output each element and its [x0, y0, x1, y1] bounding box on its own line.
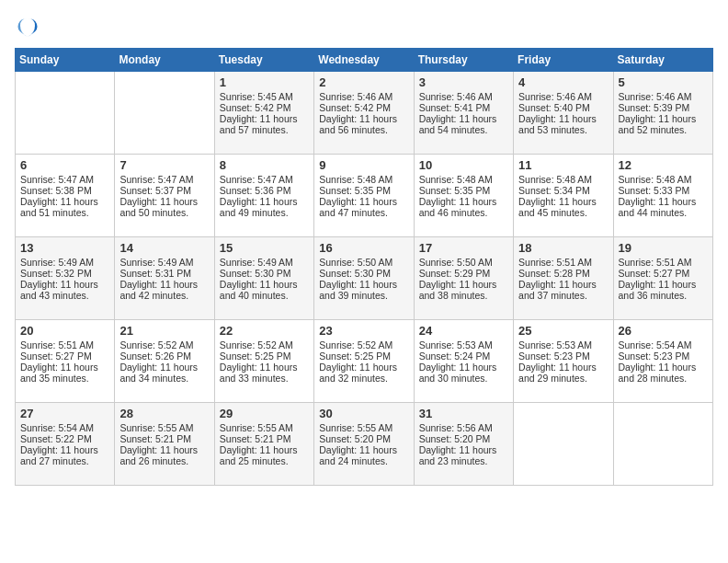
day-info: Sunset: 5:26 PM [119, 350, 209, 362]
day-number: 30 [319, 407, 408, 420]
calendar-cell: 4Sunrise: 5:46 AMSunset: 5:40 PMDaylight… [514, 72, 613, 155]
day-info: Daylight: 11 hours and 46 minutes. [419, 196, 508, 218]
day-info: Sunset: 5:42 PM [220, 102, 309, 113]
calendar-cell: 31Sunrise: 5:56 AMSunset: 5:20 PMDayligh… [414, 403, 513, 486]
day-info: Sunrise: 5:51 AM [518, 257, 608, 268]
day-info: Sunrise: 5:49 AM [20, 257, 109, 268]
day-info: Sunrise: 5:49 AM [119, 257, 209, 268]
calendar-cell: 22Sunrise: 5:52 AMSunset: 5:25 PMDayligh… [214, 320, 313, 403]
day-info: Sunset: 5:35 PM [419, 185, 508, 196]
weekday-header-friday: Friday [514, 49, 613, 72]
day-number: 28 [119, 407, 209, 420]
calendar-cell: 12Sunrise: 5:48 AMSunset: 5:33 PMDayligh… [613, 155, 712, 237]
calendar-cell [514, 403, 613, 486]
day-info: Sunset: 5:20 PM [319, 433, 408, 444]
day-number: 10 [419, 158, 508, 172]
day-info: Sunset: 5:28 PM [518, 268, 608, 279]
day-info: Sunset: 5:34 PM [518, 185, 608, 196]
calendar-cell: 28Sunrise: 5:55 AMSunset: 5:21 PMDayligh… [115, 403, 214, 486]
weekday-header-monday: Monday [115, 49, 214, 72]
day-info: Sunrise: 5:51 AM [619, 257, 708, 268]
day-info: Daylight: 11 hours and 32 minutes. [319, 362, 408, 384]
day-info: Daylight: 11 hours and 34 minutes. [119, 362, 209, 384]
day-info: Sunrise: 5:47 AM [220, 174, 309, 185]
calendar-cell: 15Sunrise: 5:49 AMSunset: 5:30 PMDayligh… [214, 237, 313, 320]
page-header [15, 15, 713, 40]
day-info: Sunset: 5:30 PM [220, 268, 309, 279]
calendar-cell: 29Sunrise: 5:55 AMSunset: 5:21 PMDayligh… [214, 403, 313, 486]
calendar-cell: 25Sunrise: 5:53 AMSunset: 5:23 PMDayligh… [514, 320, 613, 403]
day-info: Daylight: 11 hours and 43 minutes. [20, 279, 109, 301]
calendar-table: SundayMondayTuesdayWednesdayThursdayFrid… [15, 48, 713, 486]
calendar-cell: 21Sunrise: 5:52 AMSunset: 5:26 PMDayligh… [115, 320, 214, 403]
day-number: 25 [518, 324, 608, 338]
day-info: Daylight: 11 hours and 23 minutes. [419, 444, 508, 466]
day-info: Sunrise: 5:46 AM [518, 91, 608, 102]
day-number: 13 [20, 241, 109, 255]
day-number: 7 [119, 158, 209, 172]
day-info: Daylight: 11 hours and 37 minutes. [518, 279, 608, 301]
day-info: Sunset: 5:22 PM [20, 433, 109, 444]
day-info: Daylight: 11 hours and 29 minutes. [518, 362, 608, 384]
calendar-cell: 5Sunrise: 5:46 AMSunset: 5:39 PMDaylight… [613, 72, 712, 155]
day-info: Daylight: 11 hours and 51 minutes. [20, 196, 109, 218]
day-info: Daylight: 11 hours and 36 minutes. [619, 279, 708, 301]
calendar-cell: 1Sunrise: 5:45 AMSunset: 5:42 PMDaylight… [214, 72, 313, 155]
day-info: Sunrise: 5:55 AM [119, 422, 209, 433]
day-number: 6 [20, 158, 109, 172]
day-number: 3 [419, 75, 508, 89]
day-info: Sunset: 5:33 PM [619, 185, 708, 196]
calendar-cell: 10Sunrise: 5:48 AMSunset: 5:35 PMDayligh… [414, 155, 513, 237]
day-info: Daylight: 11 hours and 54 minutes. [419, 113, 508, 135]
day-info: Daylight: 11 hours and 49 minutes. [220, 196, 309, 218]
calendar-cell: 11Sunrise: 5:48 AMSunset: 5:34 PMDayligh… [514, 155, 613, 237]
day-info: Sunrise: 5:54 AM [619, 339, 708, 350]
day-info: Daylight: 11 hours and 35 minutes. [20, 362, 109, 384]
day-info: Sunset: 5:32 PM [20, 268, 109, 279]
calendar-cell: 27Sunrise: 5:54 AMSunset: 5:22 PMDayligh… [16, 403, 115, 486]
day-info: Sunset: 5:25 PM [319, 350, 408, 362]
day-number: 14 [119, 241, 209, 255]
day-info: Sunrise: 5:53 AM [419, 339, 508, 350]
calendar-cell: 13Sunrise: 5:49 AMSunset: 5:32 PMDayligh… [16, 237, 115, 320]
day-number: 15 [220, 241, 309, 255]
day-info: Sunset: 5:40 PM [518, 102, 608, 113]
calendar-cell: 20Sunrise: 5:51 AMSunset: 5:27 PMDayligh… [16, 320, 115, 403]
day-info: Sunrise: 5:49 AM [220, 257, 309, 268]
day-info: Sunrise: 5:47 AM [119, 174, 209, 185]
day-info: Daylight: 11 hours and 53 minutes. [518, 113, 608, 135]
day-info: Sunrise: 5:50 AM [419, 257, 508, 268]
day-info: Sunset: 5:39 PM [619, 102, 708, 113]
day-info: Sunrise: 5:55 AM [220, 422, 309, 433]
calendar-cell: 2Sunrise: 5:46 AMSunset: 5:42 PMDaylight… [314, 72, 414, 155]
day-number: 4 [518, 75, 608, 89]
calendar-cell: 23Sunrise: 5:52 AMSunset: 5:25 PMDayligh… [314, 320, 414, 403]
day-number: 8 [220, 158, 309, 172]
logo [15, 15, 44, 40]
generalblue-logo-icon [15, 15, 40, 40]
day-info: Sunrise: 5:52 AM [319, 339, 408, 350]
day-info: Sunrise: 5:51 AM [20, 339, 109, 350]
day-number: 20 [20, 324, 109, 338]
weekday-header-wednesday: Wednesday [314, 49, 414, 72]
calendar-cell: 24Sunrise: 5:53 AMSunset: 5:24 PMDayligh… [414, 320, 513, 403]
day-number: 27 [20, 407, 109, 420]
calendar-cell: 6Sunrise: 5:47 AMSunset: 5:38 PMDaylight… [16, 155, 115, 237]
weekday-header-tuesday: Tuesday [214, 49, 313, 72]
day-info: Daylight: 11 hours and 52 minutes. [619, 113, 708, 135]
weekday-header-sunday: Sunday [16, 49, 115, 72]
day-info: Sunset: 5:21 PM [220, 433, 309, 444]
calendar-cell: 3Sunrise: 5:46 AMSunset: 5:41 PMDaylight… [414, 72, 513, 155]
day-info: Sunset: 5:37 PM [119, 185, 209, 196]
day-number: 19 [619, 241, 708, 255]
day-info: Daylight: 11 hours and 47 minutes. [319, 196, 408, 218]
day-info: Sunset: 5:38 PM [20, 185, 109, 196]
day-info: Daylight: 11 hours and 50 minutes. [119, 196, 209, 218]
day-info: Sunset: 5:20 PM [419, 433, 508, 444]
day-info: Sunset: 5:31 PM [119, 268, 209, 279]
day-number: 23 [319, 324, 408, 338]
day-number: 12 [619, 158, 708, 172]
day-info: Daylight: 11 hours and 27 minutes. [20, 444, 109, 466]
weekday-header-saturday: Saturday [613, 49, 712, 72]
day-number: 2 [319, 75, 408, 89]
